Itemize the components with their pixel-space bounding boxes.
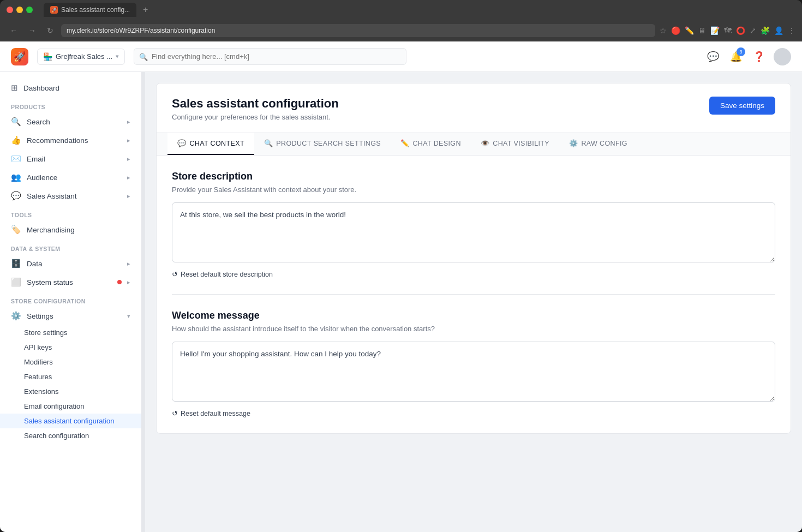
comment-button[interactable]: 💬 [705, 49, 721, 65]
page-header: Sales assistant configuration Configure … [157, 83, 791, 133]
tab-raw-config[interactable]: ⚙️ RAW CONFIG [559, 133, 637, 155]
sidebar-sub-item-store-settings[interactable]: Store settings [0, 325, 141, 340]
section-title-products: PRODUCTS [0, 97, 141, 112]
back-button[interactable]: ← [7, 24, 21, 37]
page-title: Sales assistant configuration [172, 97, 339, 111]
sidebar-item-sales-assistant[interactable]: 💬 Sales Assistant ▸ [0, 187, 141, 205]
app-header: 🚀 🏪 Grejfreak Sales ... ▾ 🔍 💬 🔔 3 ❓ [0, 41, 802, 72]
forward-button[interactable]: → [25, 24, 39, 37]
reset-store-description-label: Reset default store description [181, 271, 273, 278]
extension-icon-4[interactable]: 📝 [710, 26, 720, 35]
tab-chat-design-label: CHAT DESIGN [412, 140, 460, 147]
sidebar-item-recommendations[interactable]: 👍 Recommendations ▸ [0, 131, 141, 150]
sidebar-sub-item-features[interactable]: Features [0, 369, 141, 384]
sidebar-item-data[interactable]: 🗄️ Data ▸ [0, 254, 141, 273]
reload-button[interactable]: ↻ [44, 24, 57, 37]
app-logo: 🚀 [11, 48, 28, 65]
sidebar: ⊞ Dashboard PRODUCTS 🔍 Search ▸ 👍 Recomm… [0, 72, 142, 532]
notification-badge: 3 [737, 47, 745, 56]
tab-chat-context[interactable]: 💬 CHAT CONTEXT [167, 133, 254, 155]
section-title-store-config: STORE CONFIGURATION [0, 291, 141, 307]
welcome-message-textarea[interactable]: Hello! I'm your shopping assistant. How … [172, 342, 775, 402]
notifications-button[interactable]: 🔔 3 [728, 49, 744, 65]
star-icon[interactable]: ☆ [660, 26, 667, 35]
sidebar-item-label-audience: Audience [27, 174, 122, 182]
maximize-button[interactable] [26, 7, 33, 13]
extension-icon-3[interactable]: 🖥 [698, 26, 706, 35]
raw-config-tab-icon: ⚙️ [569, 139, 578, 147]
close-button[interactable] [7, 7, 13, 13]
reset-icon-1: ↺ [172, 270, 178, 278]
user-profile-icon[interactable]: 👤 [774, 26, 783, 35]
minimize-button[interactable] [16, 7, 23, 13]
extension-icon-2[interactable]: ✏️ [685, 26, 694, 35]
sidebar-item-email[interactable]: ✉️ Email ▸ [0, 150, 141, 168]
save-settings-button[interactable]: Save settings [709, 97, 775, 115]
reset-welcome-message-link[interactable]: ↺ Reset default message [172, 409, 250, 417]
user-avatar[interactable] [774, 48, 791, 65]
extension-icon-6[interactable]: ⭕ [736, 26, 745, 35]
chevron-right-icon-5: ▸ [127, 193, 130, 200]
sales-assistant-icon: 💬 [11, 191, 21, 201]
sidebar-item-audience[interactable]: 👥 Audience ▸ [0, 168, 141, 187]
email-icon: ✉️ [11, 154, 21, 164]
extension-icon-5[interactable]: 🗺 [724, 26, 732, 35]
resize-icon[interactable]: ⤢ [750, 26, 756, 35]
sidebar-sub-item-search-config[interactable]: Search configuration [0, 428, 141, 443]
new-tab-button[interactable]: + [143, 5, 148, 15]
sidebar-sub-item-api-keys[interactable]: API keys [0, 340, 141, 355]
help-button[interactable]: ❓ [751, 49, 767, 65]
sidebar-sub-item-modifiers[interactable]: Modifiers [0, 355, 141, 369]
chevron-right-icon-6: ▸ [127, 260, 130, 267]
sidebar-item-settings[interactable]: ⚙️ Settings ▾ [0, 307, 141, 325]
chat-context-tab-icon: 💬 [177, 139, 186, 147]
store-description-title: Store description [172, 171, 775, 182]
extension-toggle-icon[interactable]: 🧩 [761, 26, 770, 35]
sidebar-sub-item-email-config[interactable]: Email configuration [0, 399, 141, 414]
header-actions: 💬 🔔 3 ❓ [705, 48, 791, 65]
sidebar-item-system-status[interactable]: ⬜ System status ▸ [0, 273, 141, 291]
menu-icon[interactable]: ⋮ [788, 26, 795, 35]
chevron-right-icon-4: ▸ [127, 174, 130, 181]
reset-store-description-link[interactable]: ↺ Reset default store description [172, 270, 273, 278]
sidebar-sub-item-extensions[interactable]: Extensions [0, 384, 141, 399]
section-title-data-system: DATA & SYSTEM [0, 239, 141, 254]
chevron-right-icon-2: ▸ [127, 137, 130, 144]
reset-welcome-message-label: Reset default message [181, 410, 250, 417]
sidebar-item-label-email: Email [27, 155, 122, 163]
titlebar: Sales assistant config... + [0, 0, 802, 20]
store-description-subtitle: Provide your Sales Assistant with contex… [172, 186, 775, 194]
store-description-textarea[interactable]: At this store, we sell the best products… [172, 202, 775, 262]
chevron-down-icon: ▾ [127, 313, 130, 320]
store-name: Grejfreak Sales ... [56, 52, 112, 61]
reset-icon-2: ↺ [172, 409, 178, 417]
sidebar-item-label-data: Data [27, 260, 122, 268]
sidebar-item-label-settings: Settings [27, 312, 122, 320]
sidebar-item-dashboard[interactable]: ⊞ Dashboard [0, 79, 141, 97]
tab-favicon-icon [50, 6, 58, 14]
chat-visibility-tab-icon: 👁️ [481, 139, 489, 147]
nav-icons: ☆ 🔴 ✏️ 🖥 📝 🗺 ⭕ ⤢ 🧩 👤 ⋮ [660, 26, 795, 35]
extension-icon-1[interactable]: 🔴 [671, 26, 680, 35]
chevron-right-icon-7: ▸ [127, 279, 130, 286]
status-dot [117, 280, 122, 284]
tab-chat-visibility-label: CHAT VISIBILITY [493, 140, 549, 147]
content-card: Sales assistant configuration Configure … [156, 83, 791, 434]
browser-tab[interactable]: Sales assistant config... [44, 3, 136, 17]
sidebar-item-search[interactable]: 🔍 Search ▸ [0, 112, 141, 131]
sidebar-item-label-recommendations: Recommendations [27, 136, 122, 145]
section-title-tools: TOOLS [0, 205, 141, 220]
header-search-icon: 🔍 [139, 52, 148, 61]
tab-chat-design[interactable]: ✏️ CHAT DESIGN [391, 133, 471, 155]
sidebar-item-merchandising[interactable]: 🏷️ Merchandising [0, 220, 141, 239]
address-bar[interactable] [61, 24, 655, 37]
data-icon: 🗄️ [11, 259, 21, 268]
store-description-section: Store description Provide your Sales Ass… [172, 171, 775, 279]
tab-product-search-settings[interactable]: 🔍 PRODUCT SEARCH SETTINGS [254, 133, 391, 155]
header-search-input[interactable] [134, 48, 406, 65]
tab-chat-visibility[interactable]: 👁️ CHAT VISIBILITY [471, 133, 559, 155]
section-divider [172, 294, 775, 295]
sidebar-sub-item-sales-assistant-config[interactable]: Sales assistant configuration [0, 414, 141, 428]
store-selector[interactable]: 🏪 Grejfreak Sales ... ▾ [37, 49, 125, 65]
store-selector-chevron-icon: ▾ [116, 53, 119, 60]
